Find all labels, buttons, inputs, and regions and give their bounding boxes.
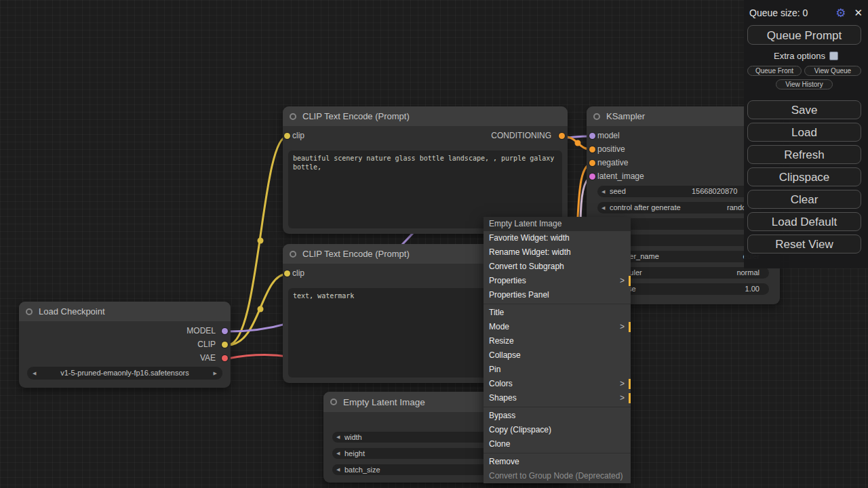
input-label-latent-image: latent_image <box>597 171 644 181</box>
panel-header: Queue size: 0 ⚙ ✕ <box>749 5 863 20</box>
input-slot-model[interactable] <box>589 133 595 139</box>
extra-options-row: Extra options <box>744 51 868 61</box>
widget-value: 15668020870 <box>692 186 737 197</box>
queue-size-label: Queue size: 0 <box>749 7 835 18</box>
prev-value-icon[interactable]: ◀ <box>336 432 340 443</box>
node-title: Empty Latent Image <box>343 397 425 407</box>
prev-value-icon[interactable]: ◀ <box>33 367 36 380</box>
collapse-dot-icon[interactable] <box>26 308 33 315</box>
wire-midpoint-dot <box>575 140 581 146</box>
menu-item-label: Colors <box>489 379 513 388</box>
node-title-bar[interactable]: Load Checkpoint <box>19 302 231 321</box>
input-slot-clip[interactable] <box>284 270 290 277</box>
submenu-arrow-icon: > <box>620 320 625 334</box>
node-clip-text-encode-positive[interactable]: CLIP Text Encode (Prompt) clip CONDITION… <box>283 106 568 234</box>
node-title: KSampler <box>606 111 645 121</box>
input-slot-clip[interactable] <box>284 133 290 139</box>
menu-item-convert-to-group-node[interactable]: Convert to Group Node (Deprecated) <box>484 469 631 483</box>
menu-item-properties[interactable]: Properties > <box>484 274 631 288</box>
submenu-arrow-icon: > <box>620 391 625 405</box>
node-title: CLIP Text Encode (Prompt) <box>302 249 410 259</box>
output-label-clip: CLIP <box>197 340 216 349</box>
menu-item-title[interactable]: Title <box>484 306 631 320</box>
menu-item-rename-widget[interactable]: Rename Widget: width <box>484 245 631 260</box>
extra-options-label: Extra options <box>774 51 825 61</box>
context-menu-header: Empty Latent Image <box>484 217 631 231</box>
submenu-arrow-icon: > <box>620 274 625 288</box>
output-slot-model[interactable] <box>222 328 228 334</box>
queue-prompt-button[interactable]: Queue Prompt <box>747 25 861 45</box>
graph-canvas[interactable]: Load Checkpoint MODEL CLIP VAE ◀ v1-5-pr… <box>0 0 868 488</box>
menu-item-copy-clipspace[interactable]: Copy (Clipspace) <box>484 423 631 437</box>
clipspace-button[interactable]: Clipspace <box>747 167 861 186</box>
submenu-indicator <box>629 379 631 389</box>
collapse-dot-icon[interactable] <box>290 251 296 258</box>
wire-midpoint-dot <box>258 306 264 312</box>
node-title: Load Checkpoint <box>39 306 105 317</box>
output-label-vae: VAE <box>200 353 216 363</box>
next-value-icon[interactable]: ▶ <box>214 367 217 380</box>
menu-item-bypass[interactable]: Bypass <box>484 409 631 423</box>
widget-label: height <box>344 448 365 459</box>
input-label-clip: clip <box>292 131 304 140</box>
node-load-checkpoint[interactable]: Load Checkpoint MODEL CLIP VAE ◀ v1-5-pr… <box>19 302 231 388</box>
submenu-indicator <box>629 393 631 403</box>
output-label-model: MODEL <box>186 326 216 336</box>
queue-front-button[interactable]: Queue Front <box>747 66 802 76</box>
input-slot-latent-image[interactable] <box>589 174 595 180</box>
widget-label: width <box>344 432 362 443</box>
close-panel-icon[interactable]: ✕ <box>854 7 863 19</box>
extra-options-checkbox[interactable] <box>829 52 838 60</box>
input-slot-positive[interactable] <box>589 146 595 152</box>
save-button[interactable]: Save <box>747 100 861 119</box>
output-label-conditioning: CONDITIONING <box>491 131 551 140</box>
prev-value-icon[interactable]: ◀ <box>601 202 605 214</box>
input-label-negative: negative <box>597 158 628 167</box>
collapse-dot-icon[interactable] <box>290 113 296 120</box>
output-slot-vae[interactable] <box>222 355 228 361</box>
widget-value: v1-5-pruned-emaonly-fp16.safetensors <box>41 367 209 380</box>
wire-midpoint-dot <box>258 238 264 244</box>
widget-value: normal <box>736 267 760 279</box>
widget-label: seed <box>610 186 626 197</box>
prev-value-icon[interactable]: ◀ <box>336 448 340 459</box>
load-button[interactable]: Load <box>747 123 861 142</box>
prev-value-icon[interactable]: ◀ <box>336 464 340 475</box>
widget-value: 1.00 <box>745 283 760 295</box>
submenu-indicator <box>629 322 631 332</box>
menu-item-collapse[interactable]: Collapse <box>484 348 631 363</box>
menu-item-pin[interactable]: Pin <box>484 363 631 377</box>
reset-view-button[interactable]: Reset View <box>747 235 861 253</box>
widget-label: batch_size <box>344 464 380 475</box>
load-default-button[interactable]: Load Default <box>747 212 861 231</box>
menu-item-convert-to-subgraph[interactable]: Convert to Subgraph <box>484 260 631 274</box>
input-slot-negative[interactable] <box>589 160 595 166</box>
menu-item-remove[interactable]: Remove <box>484 455 631 469</box>
view-queue-button[interactable]: View Queue <box>804 66 861 76</box>
menu-item-shapes[interactable]: Shapes > <box>484 391 631 405</box>
menu-item-label: Mode <box>489 322 509 331</box>
widget-ckpt-name[interactable]: ◀ v1-5-pruned-emaonly-fp16.safetensors ▶ <box>27 367 222 380</box>
menu-item-favorite-widget[interactable]: Favorite Widget: width <box>484 231 631 245</box>
widget-label: control after generate <box>610 202 681 214</box>
clear-button[interactable]: Clear <box>747 190 861 209</box>
collapse-dot-icon[interactable] <box>330 399 337 405</box>
menu-item-resize[interactable]: Resize <box>484 334 631 348</box>
input-label-clip: clip <box>292 268 304 278</box>
prev-value-icon[interactable]: ◀ <box>601 186 605 197</box>
menu-item-label: Shapes <box>489 393 517 403</box>
menu-item-properties-panel[interactable]: Properties Panel <box>484 288 631 302</box>
menu-item-colors[interactable]: Colors > <box>484 377 631 391</box>
queue-panel: Queue size: 0 ⚙ ✕ Queue Prompt Extra opt… <box>744 0 868 268</box>
output-slot-conditioning[interactable] <box>559 133 565 139</box>
view-history-button[interactable]: View History <box>776 79 833 89</box>
settings-gear-icon[interactable]: ⚙ <box>835 6 846 20</box>
submenu-indicator <box>629 276 631 286</box>
menu-item-label: Properties <box>489 276 526 285</box>
collapse-dot-icon[interactable] <box>593 113 600 120</box>
menu-item-mode[interactable]: Mode > <box>484 320 631 334</box>
output-slot-clip[interactable] <box>222 342 228 348</box>
refresh-button[interactable]: Refresh <box>747 145 861 164</box>
menu-item-clone[interactable]: Clone <box>484 437 631 451</box>
node-title-bar[interactable]: CLIP Text Encode (Prompt) <box>283 106 568 126</box>
